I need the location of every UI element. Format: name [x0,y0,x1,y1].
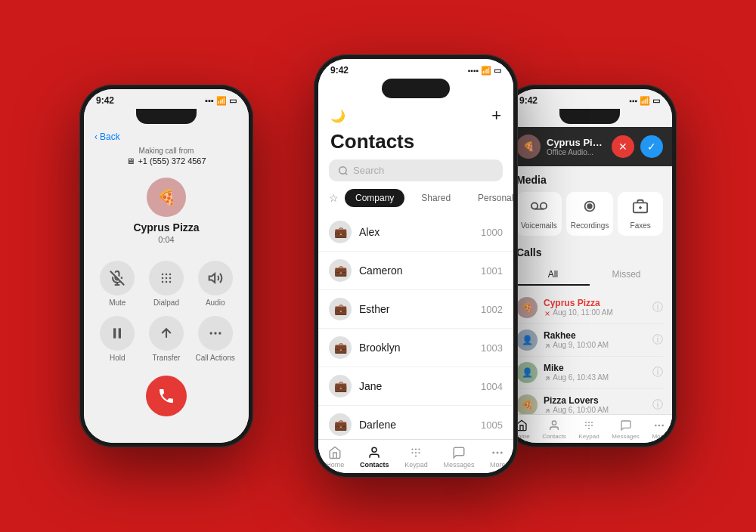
rnav-contacts[interactable]: Contacts [542,419,566,440]
recordings-card[interactable]: Recordings [566,192,614,236]
call-item[interactable]: 🍕 Cyprus Pizza Aug 10, 11:00 AM ⓘ [516,292,663,324]
end-call-button[interactable] [146,376,187,416]
faxes-label: Faxes [631,221,651,230]
svg-point-36 [587,204,592,209]
contact-extension: 1003 [481,342,503,354]
contact-name: Alex [359,226,481,238]
svg-point-56 [658,425,660,427]
tab-personal[interactable]: Personal [467,189,513,207]
accept-button[interactable]: ✓ [640,135,663,158]
svg-point-33 [541,203,547,209]
svg-point-29 [493,452,495,454]
svg-point-24 [419,448,420,450]
nav-messages[interactable]: Messages [443,446,474,469]
nav-more[interactable]: More [490,446,506,469]
transfer-button[interactable]: Transfer [147,316,187,362]
call-duration: 0:04 [158,235,174,244]
call-number: 🖥 +1 (555) 372 4567 [94,156,238,165]
right-contact-name: Cyprus Pizza: Gra... [547,137,606,148]
svg-point-25 [412,452,414,453]
svg-point-18 [218,332,221,334]
right-status-icons: ▪▪▪ 📶 ▭ [629,96,660,106]
hold-button[interactable]: Hold [98,316,138,362]
audio-button[interactable]: Audio [195,261,235,307]
tab-all[interactable]: All [516,264,590,286]
right-bottom-nav: Home Contacts Keypad [507,414,672,443]
tab-company[interactable]: Company [345,189,404,207]
info-icon[interactable]: ⓘ [652,333,663,347]
contact-extension: 1001 [481,265,503,277]
call-info: Pizza Lovers Aug 6, 10:00 AM [544,395,646,414]
svg-point-48 [585,422,587,423]
phones-container: 9:42 ▪▪▪ 📶 ▭ ‹ Back Making call from [38,17,718,515]
add-contact-button[interactable]: + [491,106,501,125]
call-actions-button[interactable]: Call Actions [195,316,235,362]
search-bar[interactable]: Search [329,159,503,181]
dialpad-button[interactable]: Dialpad [147,261,187,307]
right-time: 9:42 [519,95,538,106]
center-status-icons: ▪▪▪▪ 📶 ▭ [468,66,501,76]
call-avatar: 🍕 [516,297,538,318]
left-phone: 9:42 ▪▪▪ 📶 ▭ ‹ Back Making call from [79,85,253,447]
nav-home[interactable]: Home [326,446,344,469]
notch [559,109,620,124]
contact-name: Darlene [359,419,481,431]
contact-extension: 1004 [481,381,503,392]
tab-missed[interactable]: Missed [590,264,663,286]
list-item[interactable]: 💼 Alex 1000 [318,213,513,252]
nav-home-label: Home [326,461,344,469]
call-avatar: 👤 [516,362,538,383]
svg-point-22 [412,448,414,450]
faxes-card[interactable]: Faxes [618,192,663,236]
center-top-bar: 🌙 + [318,103,513,130]
contacts-list: 💼 Alex 1000 💼 Cameron 1001 💼 Esther 1002 [318,213,513,470]
center-status-bar: 9:42 ▪▪▪▪ 📶 ▭ [318,59,513,79]
svg-point-50 [591,422,593,423]
list-item[interactable]: 💼 Jane 1004 [318,367,513,406]
right-contact-info: Cyprus Pizza: Gra... Office Audio... [547,137,606,156]
rnav-messages[interactable]: Messages [612,419,639,440]
list-item[interactable]: 💼 Esther 1002 [318,290,513,329]
svg-point-51 [585,425,587,426]
call-meta: Aug 9, 10:00 AM [544,341,646,349]
svg-point-31 [500,452,503,454]
call-actions-label: Call Actions [196,354,235,362]
rnav-more-label: More [652,433,665,440]
svg-point-10 [166,281,168,283]
call-contact-name: Pizza Lovers [544,395,646,406]
svg-point-28 [415,455,417,456]
battery-icon: ▭ [494,66,501,76]
nav-contacts[interactable]: Contacts [360,446,389,469]
active-contact-info: 🍕 Cyprus Pizza 0:04 [84,169,249,250]
contact-name: Brooklyn [359,342,481,354]
favorites-star-icon[interactable]: ☆ [329,192,339,204]
voicemails-card[interactable]: Voicemails [516,192,562,236]
nav-keypad[interactable]: Keypad [404,446,428,469]
svg-rect-14 [119,328,121,338]
mute-circle [100,261,135,295]
rnav-messages-label: Messages [612,433,639,440]
decline-button[interactable]: ✕ [612,135,634,158]
mute-button[interactable]: Mute [98,261,138,307]
rnav-keypad[interactable]: Keypad [579,419,600,440]
rnav-more[interactable]: More [652,419,665,440]
contact-extension: 1002 [481,304,503,315]
list-item[interactable]: 💼 Brooklyn 1003 [318,329,513,367]
info-icon[interactable]: ⓘ [652,366,663,379]
call-item[interactable]: 👤 Rakhee Aug 9, 10:00 AM ⓘ [516,324,663,357]
recordings-icon [581,198,598,218]
call-item[interactable]: 👤 Mike Aug 6, 10:43 AM ⓘ [516,357,663,389]
center-phone: 9:42 ▪▪▪▪ 📶 ▭ 🌙 + Contacts [314,54,518,478]
tab-shared[interactable]: Shared [411,189,461,207]
contacts-title: Contacts [318,130,513,159]
wifi-icon: 📶 [640,96,650,106]
svg-line-20 [345,172,348,175]
contact-name: Esther [359,303,481,315]
call-info: Rakhee Aug 9, 10:00 AM [544,330,646,349]
info-icon[interactable]: ⓘ [652,398,663,412]
svg-point-6 [162,277,164,280]
info-icon[interactable]: ⓘ [652,301,663,314]
nav-contacts-label: Contacts [360,461,389,469]
back-button[interactable]: ‹ Back [94,131,238,142]
list-item[interactable]: 💼 Cameron 1001 [318,252,513,290]
